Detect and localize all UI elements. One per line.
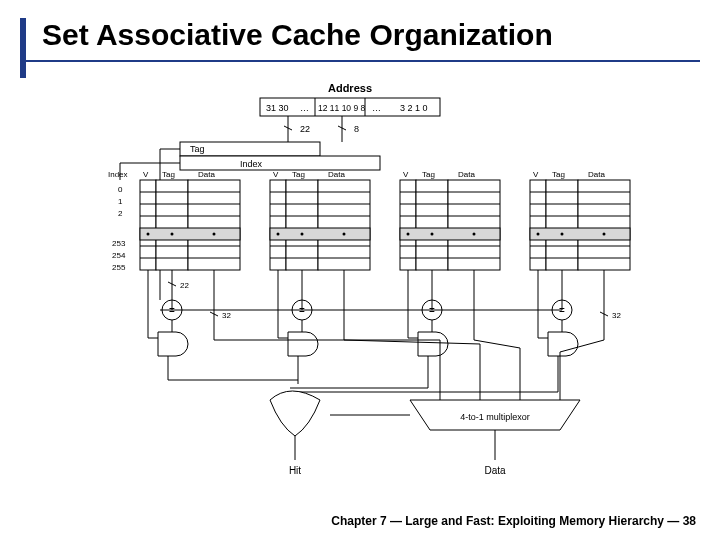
svg-line-142: [474, 340, 520, 348]
svg-rect-73: [416, 180, 448, 270]
svg-text:Tag: Tag: [190, 144, 205, 154]
svg-text:255: 255: [112, 263, 126, 272]
svg-text:Index: Index: [240, 159, 263, 169]
svg-text:254: 254: [112, 251, 126, 260]
tag-fanout: [160, 300, 562, 310]
svg-point-63: [343, 233, 346, 236]
svg-rect-72: [400, 180, 416, 270]
way-2: V Tag Data =: [400, 170, 500, 388]
hit-label: Hit: [289, 465, 301, 476]
svg-point-85: [431, 233, 434, 236]
svg-text:2: 2: [118, 209, 123, 218]
svg-line-140: [344, 340, 480, 344]
svg-text:…: …: [372, 103, 381, 113]
svg-text:4-to-1 multiplexor: 4-to-1 multiplexor: [460, 412, 530, 422]
svg-point-86: [473, 233, 476, 236]
svg-text:3 2 1 0: 3 2 1 0: [400, 103, 428, 113]
svg-rect-96: [546, 180, 578, 270]
title-rule: [20, 60, 700, 62]
svg-text:Tag: Tag: [422, 170, 435, 179]
svg-point-36: [213, 233, 216, 236]
svg-rect-104: [530, 228, 630, 240]
svg-text:Data: Data: [458, 170, 475, 179]
svg-text:32: 32: [222, 311, 231, 320]
svg-rect-58: [270, 228, 370, 240]
svg-text:Tag: Tag: [162, 170, 175, 179]
svg-text:V: V: [143, 170, 149, 179]
svg-text:12 11 10 9 8: 12 11 10 9 8: [318, 103, 366, 113]
ways-group: V Tag Data 22 32 =: [140, 170, 630, 392]
address-label: Address: [328, 82, 372, 94]
cache-diagram: Address 31 30 … 12 11 10 9 8 … 3 2 1 0 2…: [60, 80, 660, 500]
svg-text:Tag: Tag: [292, 170, 305, 179]
footer-text: Chapter 7 — Large and Fast: Exploiting M…: [331, 514, 696, 528]
svg-rect-97: [578, 180, 630, 270]
svg-text:22: 22: [300, 124, 310, 134]
svg-point-84: [407, 233, 410, 236]
svg-text:V: V: [403, 170, 409, 179]
svg-text:253: 253: [112, 239, 126, 248]
svg-rect-16: [180, 156, 380, 170]
address-register: 31 30 … 12 11 10 9 8 … 3 2 1 0: [260, 98, 440, 116]
svg-text:Tag: Tag: [552, 170, 565, 179]
svg-rect-49: [270, 180, 286, 270]
svg-text:31 30: 31 30: [266, 103, 289, 113]
svg-text:Data: Data: [198, 170, 215, 179]
svg-point-35: [171, 233, 174, 236]
index-column: Index 0 1 2 253 254 255: [108, 170, 128, 272]
accent-bar: [20, 18, 26, 78]
svg-text:0: 0: [118, 185, 123, 194]
svg-point-34: [147, 233, 150, 236]
svg-text:Data: Data: [328, 170, 345, 179]
page-title: Set Associative Cache Organization: [42, 18, 553, 52]
svg-rect-95: [530, 180, 546, 270]
svg-point-108: [561, 233, 564, 236]
data-label: Data: [484, 465, 506, 476]
way-1: V Tag Data =: [270, 170, 370, 384]
mux: 4-to-1 multiplexor Data: [214, 340, 604, 476]
svg-point-62: [301, 233, 304, 236]
svg-point-107: [537, 233, 540, 236]
svg-text:8: 8: [354, 124, 359, 134]
svg-text:V: V: [273, 170, 279, 179]
svg-rect-50: [286, 180, 318, 270]
svg-text:V: V: [533, 170, 539, 179]
svg-text:22: 22: [180, 281, 189, 290]
svg-point-109: [603, 233, 606, 236]
svg-text:32: 32: [612, 311, 621, 320]
svg-text:Data: Data: [588, 170, 605, 179]
svg-point-61: [277, 233, 280, 236]
svg-rect-22: [140, 180, 156, 270]
svg-rect-81: [400, 228, 500, 240]
svg-text:1: 1: [118, 197, 123, 206]
svg-rect-24: [188, 180, 240, 270]
svg-rect-23: [156, 180, 188, 270]
svg-rect-74: [448, 180, 500, 270]
svg-text:Index: Index: [108, 170, 128, 179]
svg-rect-31: [140, 228, 240, 240]
svg-rect-51: [318, 180, 370, 270]
way-3: V Tag Data 32 =: [530, 170, 630, 392]
svg-text:…: …: [300, 103, 309, 113]
address-split: 22 8: [284, 116, 359, 142]
way-0: V Tag Data 22 32 =: [140, 170, 240, 380]
